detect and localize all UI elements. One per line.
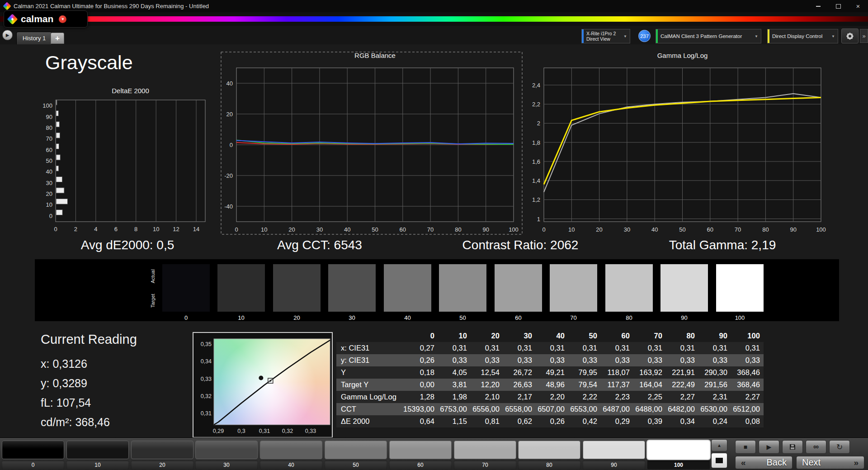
- svg-text:0,32: 0,32: [201, 393, 212, 399]
- pattern-patch-label: 30: [195, 461, 258, 469]
- grayscale-workspace: Grayscale 024681012140102030405060708090…: [0, 44, 868, 437]
- table-cell: 0,64: [403, 415, 438, 427]
- svg-text:90: 90: [790, 226, 796, 233]
- pattern-patch-30[interactable]: [195, 441, 258, 459]
- table-row: x: CIE310,270,310,310,310,310,310,310,31…: [336, 342, 764, 354]
- pattern-patch-70[interactable]: [454, 441, 516, 459]
- pattern-patch-60[interactable]: [389, 441, 452, 459]
- calman-menu-caret-icon[interactable]: ▼: [59, 15, 66, 23]
- table-cell: 368,46: [731, 379, 764, 391]
- swatch-label: 0: [162, 314, 210, 321]
- table-cell: 0,33: [503, 354, 536, 366]
- grayscale-swatch-strip: Actual Target 0102030405060708090100: [35, 259, 839, 321]
- table-cell: 0,33: [601, 354, 633, 366]
- display-control-dropdown[interactable]: Direct Display Control ▼: [767, 29, 838, 43]
- loop-button[interactable]: ∞: [806, 440, 826, 454]
- meter-mode: Direct View: [586, 36, 616, 42]
- play-button[interactable]: ▶: [759, 440, 779, 454]
- add-tab-button[interactable]: +: [51, 33, 64, 44]
- svg-text:50: 50: [372, 226, 378, 233]
- pattern-patch-10[interactable]: [66, 441, 129, 459]
- tab-history-1[interactable]: History 1: [16, 32, 52, 45]
- stat-total-gamma: Total Gamma: 2,19: [669, 238, 776, 252]
- svg-text:0,33: 0,33: [201, 376, 212, 382]
- table-cell: 290,30: [698, 366, 731, 379]
- workflow-advance-button[interactable]: ▶: [2, 30, 13, 40]
- pattern-patch-100[interactable]: [647, 441, 710, 459]
- table-col-header: 70: [633, 330, 666, 342]
- grayscale-swatch-30: [328, 264, 376, 312]
- svg-text:1,6: 1,6: [532, 158, 540, 165]
- table-cell: 2,10: [471, 391, 503, 403]
- svg-text:20: 20: [46, 190, 52, 197]
- meter-accent: [582, 29, 584, 43]
- swatch-label: 20: [273, 314, 321, 321]
- table-col-header: 40: [536, 330, 568, 342]
- table-col-header: 0: [403, 330, 438, 342]
- table-cell: 0,00: [403, 379, 438, 391]
- table-row-label: Target Y: [336, 379, 403, 391]
- pattern-panel-up-button[interactable]: ▲: [711, 439, 727, 451]
- svg-text:10: 10: [261, 226, 267, 233]
- table-cell: 0,24: [698, 415, 731, 427]
- table-col-header: 90: [698, 330, 731, 342]
- svg-text:1,8: 1,8: [532, 139, 540, 146]
- swatch-label: 30: [328, 314, 376, 321]
- table-col-header: 100: [731, 330, 764, 342]
- table-cell: 6553,00: [568, 403, 601, 415]
- pattern-patch-50[interactable]: [325, 441, 387, 459]
- table-cell: 0,31: [438, 342, 471, 354]
- svg-text:2,4: 2,4: [532, 82, 540, 89]
- table-cell: 0,33: [633, 354, 666, 366]
- save-button[interactable]: [782, 440, 803, 454]
- table-cell: 4,05: [438, 366, 471, 379]
- svg-text:0: 0: [54, 226, 57, 233]
- table-cell: 26,72: [503, 366, 536, 379]
- pattern-patch-0[interactable]: [2, 441, 64, 459]
- settings-gear-button[interactable]: [841, 28, 859, 43]
- calman-app-window: Calman 2021 Calman Ultimate for Business…: [0, 0, 868, 470]
- next-button[interactable]: Next »: [796, 456, 864, 469]
- svg-text:2: 2: [537, 120, 540, 127]
- pattern-patch-label: 10: [66, 461, 129, 469]
- minimize-button[interactable]: [808, 0, 828, 12]
- table-row-label: Y: [336, 366, 403, 379]
- pattern-source-dropdown[interactable]: CalMAN Client 3 Pattern Generator ▼: [656, 29, 761, 43]
- current-reading-panel: Current Reading x: 0,3126 y: 0,3289 fL: …: [41, 332, 137, 432]
- table-cell: 0,26: [536, 415, 568, 427]
- svg-text:100: 100: [42, 102, 52, 109]
- svg-text:0,34: 0,34: [201, 358, 212, 365]
- pattern-patch-90[interactable]: [583, 441, 645, 459]
- table-cell: 2,23: [601, 391, 633, 403]
- current-reading-title: Current Reading: [41, 332, 137, 347]
- pattern-patch-20[interactable]: [131, 441, 193, 459]
- source-accent: [656, 29, 658, 43]
- svg-text:80: 80: [46, 124, 52, 131]
- stop-button[interactable]: ■: [735, 440, 756, 454]
- page-title: Grayscale: [45, 52, 133, 74]
- pattern-patch-40[interactable]: [260, 441, 322, 459]
- restore-button[interactable]: [828, 0, 848, 12]
- reading-x: x: 0,3126: [41, 354, 137, 374]
- session-toolbar: ▶ History 1 + X-Rite i1Pro 2 Direct View…: [0, 26, 868, 44]
- pattern-patch-80[interactable]: [518, 441, 580, 459]
- calman-logo-menu[interactable]: calman ▼: [4, 10, 88, 28]
- next-chevron-icon: »: [854, 458, 859, 468]
- pattern-window-button[interactable]: [711, 453, 727, 468]
- table-cell: 0,31: [731, 342, 764, 354]
- table-cell: 222,49: [666, 379, 698, 391]
- svg-text:10: 10: [46, 201, 52, 208]
- meter-dropdown[interactable]: X-Rite i1Pro 2 Direct View ▼: [581, 29, 630, 43]
- expand-panel-button[interactable]: »: [860, 29, 868, 43]
- svg-text:60: 60: [400, 226, 406, 233]
- svg-text:0: 0: [542, 226, 545, 233]
- svg-text:30: 30: [624, 226, 630, 233]
- refresh-button[interactable]: ↻: [829, 440, 850, 454]
- table-cell: 0,33: [471, 354, 503, 366]
- close-button[interactable]: ×: [848, 0, 868, 12]
- back-button[interactable]: « Back: [735, 456, 793, 469]
- grayscale-swatch-100: [716, 264, 764, 312]
- svg-text:6: 6: [114, 226, 118, 233]
- svg-text:80: 80: [455, 226, 461, 233]
- svg-text:0,3: 0,3: [237, 428, 245, 434]
